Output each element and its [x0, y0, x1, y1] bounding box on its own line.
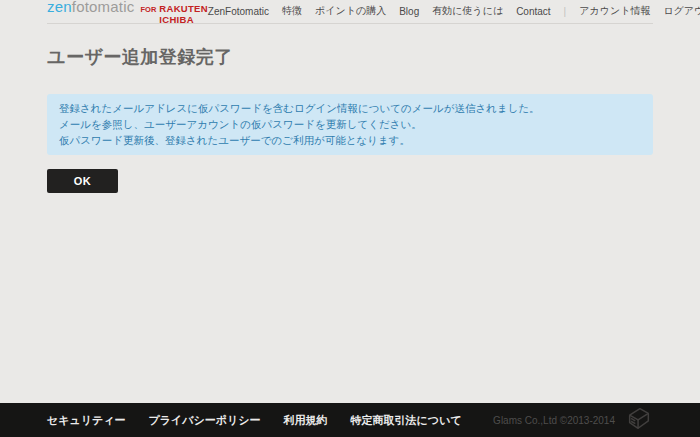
- glams-cube-icon[interactable]: [625, 404, 653, 436]
- nav-item-how-to-use[interactable]: 有効に使うには: [432, 4, 503, 18]
- footer-link-commercial-law[interactable]: 特定商取引法について: [351, 413, 462, 428]
- page-title: ユーザー追加登録完了: [47, 45, 653, 69]
- nav-item-zenfotomatic[interactable]: ZenFotomatic: [208, 6, 269, 17]
- copyright-text: Glams Co.,Ltd ©2013-2014: [493, 415, 615, 426]
- main-content: ユーザー追加登録完了 登録されたメールアドレスに仮パスワードを含むログイン情報に…: [47, 45, 653, 193]
- footer-links: セキュリティー プライバシーポリシー 利用規約 特定商取引法について: [47, 413, 485, 428]
- nav-item-blog[interactable]: Blog: [399, 6, 419, 17]
- info-message-line: 登録されたメールアドレスに仮パスワードを含むログイン情報についてのメールが送信さ…: [59, 100, 641, 116]
- footer-link-terms[interactable]: 利用規約: [284, 413, 328, 428]
- nav-item-buy-points[interactable]: ポイントの購入: [315, 4, 386, 18]
- logo-zen-text: zen: [47, 0, 72, 15]
- main-nav: ZenFotomatic 特徴 ポイントの購入 Blog 有効に使うには Con…: [208, 4, 700, 18]
- footer-link-security[interactable]: セキュリティー: [47, 413, 126, 428]
- zenfotomatic-logo[interactable]: zenfotomatic FOR RAKUTEN ICHIBA: [47, 0, 208, 25]
- info-message-line: メールを参照し、ユーザーアカウントの仮パスワードを更新してください。: [59, 116, 641, 132]
- nav-item-features[interactable]: 特徴: [282, 4, 302, 18]
- footer-right: Glams Co.,Ltd ©2013-2014: [493, 404, 653, 436]
- nav-separator: |: [564, 6, 567, 17]
- header: zenfotomatic FOR RAKUTEN ICHIBA ZenFotom…: [0, 0, 700, 24]
- footer-link-privacy-policy[interactable]: プライバシーポリシー: [149, 413, 261, 428]
- nav-item-contact[interactable]: Contact: [516, 6, 550, 17]
- info-message-line: 仮パスワード更新後、登録されたユーザーでのご利用が可能となります。: [59, 132, 641, 148]
- info-message-box: 登録されたメールアドレスに仮パスワードを含むログイン情報についてのメールが送信さ…: [47, 94, 653, 155]
- ok-button[interactable]: OK: [47, 169, 118, 193]
- footer: セキュリティー プライバシーポリシー 利用規約 特定商取引法について Glams…: [0, 403, 700, 437]
- logo-fotomatic-text: fotomatic: [72, 0, 135, 15]
- nav-item-account-info[interactable]: アカウント情報: [579, 4, 650, 18]
- logo-for-text: FOR: [140, 5, 156, 14]
- nav-item-logout[interactable]: ログアウト: [663, 4, 700, 18]
- logo-partner-text: RAKUTEN ICHIBA: [159, 3, 208, 25]
